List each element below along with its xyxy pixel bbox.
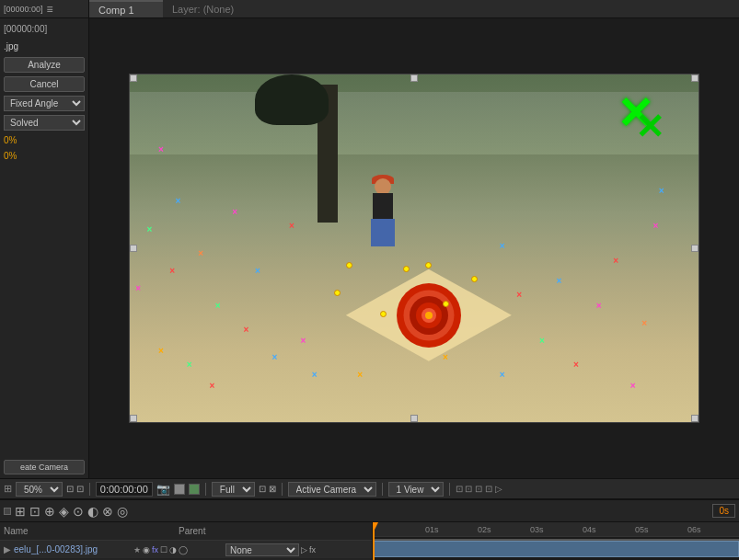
person-legs (371, 219, 395, 246)
marker-green-r1: × (539, 336, 545, 346)
sw-fx[interactable]: fx (152, 545, 158, 554)
handle-bl[interactable] (130, 415, 137, 422)
solved-dropdown-row: Solved (4, 115, 85, 131)
marker-pink-r2: × (653, 221, 659, 231)
parent-dropdown[interactable]: None (225, 543, 299, 556)
handle-br[interactable] (691, 415, 699, 422)
green-x-large-2: ✕ (635, 109, 664, 144)
timeline-content: Name Parent ▶ eelu_[...0-00283].jpg ★ ◉ … (0, 522, 739, 560)
handle-bm[interactable] (410, 415, 418, 422)
marker-blue-r2: × (500, 241, 505, 251)
cancel-button[interactable]: Cancel (4, 76, 85, 92)
ruler-05s: 05s (635, 525, 649, 534)
marker-pink-2: × (300, 336, 306, 346)
wall (130, 92, 699, 154)
marker-pink-1: × (158, 144, 164, 154)
layer-name[interactable]: eelu_[...0-00283].jpg (14, 544, 133, 554)
sw-star[interactable]: ★ (133, 545, 141, 554)
timeline-right[interactable]: 01s 02s 03s 04s 05s 06s (373, 522, 739, 560)
tracker-yellow-1 (346, 262, 352, 269)
marker-blue-r1: × (557, 276, 562, 286)
layer-fx-label: fx (309, 545, 316, 554)
marker-blue-1: × (175, 196, 180, 206)
comp-tab-label: Comp 1 (98, 5, 134, 16)
marker-orange-1: × (198, 248, 203, 258)
ruler-06s: 06s (687, 525, 701, 534)
fit-icons[interactable]: ⊡ ⊡ (66, 484, 84, 494)
playhead[interactable] (373, 522, 375, 560)
handle-tl[interactable] (130, 74, 137, 82)
marker-edge-1: × (135, 283, 141, 293)
angle-dropdown[interactable]: Fixed Angle (4, 96, 85, 111)
sw-eye[interactable]: ◉ (143, 545, 150, 554)
viewport-canvas[interactable]: × × × × × × × × × × × × × × × × × × × × … (129, 74, 699, 423)
marker-red-3: × (169, 266, 175, 276)
timeline-toolbar: ⊞ ⊡ ⊕ ◈ ⊙ ◐ ⊗ ◎ 0s (0, 500, 739, 522)
timecode-panel-header: [00000:00] ≡ (0, 0, 89, 17)
tl-icon-1[interactable]: ⊞ (15, 504, 26, 519)
marker-red-1: × (244, 325, 249, 335)
timeline-section: ⊞ ⊡ ⊕ ◈ ⊙ ◐ ⊗ ◎ 0s Name Parent ▶ eelu_[.… (0, 498, 739, 560)
panel-timecode: [00000:00] (4, 22, 85, 36)
handle-tm[interactable] (410, 74, 418, 82)
person-figure (369, 178, 397, 252)
sep-4 (382, 483, 383, 496)
timeline-toggle[interactable] (4, 508, 11, 515)
comp-viewer[interactable]: × × × × × × × × × × × × × × × × × × × × … (89, 18, 739, 478)
tl-icon-3[interactable]: ⊕ (44, 504, 55, 519)
tl-playhead-time: 0s (712, 504, 735, 518)
tree-canopy (255, 74, 329, 125)
color-swatch-2[interactable] (189, 484, 200, 495)
tl-icon-4[interactable]: ◈ (59, 504, 69, 519)
marker-pink-r3: × (630, 381, 636, 391)
tl-icon-6[interactable]: ◐ (87, 504, 98, 519)
timeline-left: Name Parent ▶ eelu_[...0-00283].jpg ★ ◉ … (0, 522, 373, 560)
marker-red-r1: × (516, 290, 522, 300)
marker-edge-2: × (659, 186, 664, 196)
quality-toggle[interactable]: ⊡ ⊠ (259, 484, 276, 494)
zoom-dropdown[interactable]: 50% (16, 482, 63, 497)
handle-mr[interactable] (691, 245, 699, 252)
comp-tab[interactable]: Comp 1 (89, 0, 163, 17)
sep-1 (89, 483, 90, 496)
layer-bar[interactable] (373, 541, 739, 557)
color-swatch-1[interactable] (174, 484, 185, 495)
camera-icon: 📷 (156, 483, 170, 496)
marker-green-1: × (215, 301, 221, 311)
timeline-header: Name Parent (0, 522, 372, 541)
tl-icon-7[interactable]: ⊗ (102, 504, 113, 519)
quality-dropdown[interactable]: Full (212, 482, 255, 497)
top-tab-bar: [00000:00] ≡ Comp 1 Layer: (None) (0, 0, 739, 18)
ruler-04s: 04s (583, 525, 596, 534)
tracker-yellow-7 (403, 266, 410, 272)
create-camera-button[interactable]: eate Camera (4, 460, 85, 474)
col-parent-header: Parent (179, 526, 271, 536)
layer-switches: ★ ◉ fx ☐ ◑ ◯ (133, 545, 225, 554)
tl-icon-8[interactable]: ◎ (117, 504, 128, 519)
marker-yellow-1: × (158, 346, 164, 356)
sw-shapes[interactable]: ◑ (169, 545, 177, 554)
sep-3 (282, 483, 283, 496)
sw-3d[interactable]: ◯ (179, 545, 188, 554)
marker-red-2: × (289, 221, 294, 231)
handle-ml[interactable] (130, 245, 137, 252)
pct-2-label: 0% (4, 151, 17, 161)
view-icons: ⊡ ⊡ ⊡ ⊡ ▷ (456, 484, 502, 494)
marker-red-r3: × (573, 360, 579, 370)
tl-icon-5[interactable]: ⊙ (73, 504, 84, 519)
solved-dropdown[interactable]: Solved (4, 115, 85, 131)
menu-icon[interactable]: ≡ (47, 3, 53, 16)
view-count-dropdown[interactable]: 1 View (388, 482, 444, 497)
col-name-header: Name (4, 526, 123, 536)
tl-icon-2[interactable]: ⊡ (29, 504, 40, 519)
timecode-display: 0:00:00:00 (96, 482, 153, 497)
layer-expand-icon[interactable]: ▶ (4, 544, 11, 554)
marker-green-l1: × (147, 224, 153, 234)
sw-motion[interactable]: ☐ (160, 545, 167, 554)
analyze-button[interactable]: Analyze (4, 57, 85, 73)
pct-row-1: 0% (4, 134, 85, 146)
handle-tr[interactable] (691, 74, 699, 82)
camera-view-dropdown[interactable]: Active Camera (288, 482, 376, 497)
layer-type-icon: ▷ (301, 545, 307, 554)
snap-icon: ⊞ (4, 483, 12, 495)
